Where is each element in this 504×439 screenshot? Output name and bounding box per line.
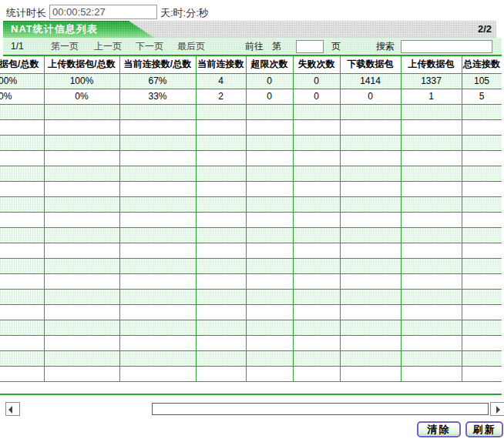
column-header: 当前连接数/总数 (119, 56, 196, 73)
table-cell (246, 304, 293, 320)
goto-page-input[interactable] (296, 40, 324, 53)
pagination-bar: 1/1 第一页 上一页 下一页 最后页 前往 第 页 搜索 (3, 38, 502, 56)
column-header: 失败次数 (293, 56, 340, 73)
table-cell (0, 304, 44, 320)
table-cell (293, 243, 340, 258)
table-cell: 0 (293, 73, 340, 89)
table-cell (462, 304, 502, 320)
page-title: NAT统计信息列表 (11, 21, 98, 38)
table-cell (340, 150, 401, 166)
table-cell (119, 119, 196, 135)
table-cell: 105 (462, 73, 502, 89)
table-cell (246, 243, 293, 258)
empty-table-row (0, 243, 502, 258)
right-arrow-icon (496, 406, 500, 414)
table-cell (401, 258, 462, 273)
horizontal-scrollbar-thumb[interactable] (152, 403, 489, 415)
table-cell (196, 273, 246, 289)
table-cell (293, 289, 340, 304)
table-cell (293, 273, 340, 289)
table-cell (196, 135, 246, 150)
table-cell (246, 166, 293, 181)
table-cell (0, 119, 44, 135)
empty-table-row (0, 289, 502, 304)
table-cell (401, 196, 462, 212)
table-cell (246, 273, 293, 289)
table-cell (340, 166, 401, 181)
table-cell (0, 273, 44, 289)
next-page-link[interactable]: 下一页 (136, 38, 163, 55)
table-cell (0, 181, 44, 196)
table-cell (246, 150, 293, 166)
table-cell (246, 335, 293, 350)
empty-table-row (0, 166, 502, 181)
table-cell (246, 350, 293, 366)
refresh-button[interactable]: 刷新 (465, 421, 503, 437)
table-cell (44, 150, 119, 166)
table-cell (196, 335, 246, 350)
search-input[interactable] (401, 40, 492, 53)
table-cell (246, 258, 293, 273)
table-cell (44, 273, 119, 289)
duration-input[interactable] (49, 5, 157, 19)
table-cell (246, 181, 293, 196)
table-cell (119, 350, 196, 366)
table-cell (0, 243, 44, 258)
table-cell (293, 119, 340, 135)
last-page-link[interactable]: 最后页 (177, 38, 205, 55)
table-cell (0, 227, 44, 243)
table-cell (196, 289, 246, 304)
empty-table-row (0, 258, 502, 273)
table-cell (196, 227, 246, 243)
table-cell (246, 227, 293, 243)
first-page-link[interactable]: 第一页 (51, 38, 79, 55)
table-cell (462, 135, 502, 150)
table-cell (0, 335, 44, 350)
empty-table-row (0, 119, 502, 135)
scroll-right-button[interactable] (490, 402, 504, 416)
table-cell (246, 104, 293, 119)
table-cell (119, 166, 196, 181)
table-cell (196, 212, 246, 227)
table-cell (340, 304, 401, 320)
column-header: 下载数据包/总数 (0, 56, 44, 73)
column-header: 下载数据包 (340, 56, 401, 73)
table-row: 0%0%33%200015 (0, 89, 502, 104)
table-cell (462, 196, 502, 212)
table-cell (119, 227, 196, 243)
table-cell: 67% (119, 73, 196, 89)
table-cell (119, 320, 196, 335)
table-cell: 1 (401, 89, 462, 104)
table-cell (119, 212, 196, 227)
table-cell (462, 320, 502, 335)
table-cell (340, 227, 401, 243)
table-cell (293, 212, 340, 227)
table-cell (196, 181, 246, 196)
table-cell (293, 366, 340, 381)
table-cell (119, 335, 196, 350)
table-cell (340, 273, 401, 289)
empty-table-row (0, 335, 502, 350)
table-cell (0, 196, 44, 212)
prev-page-link[interactable]: 上一页 (94, 38, 122, 55)
empty-table-row (0, 227, 502, 243)
table-cell (246, 320, 293, 335)
empty-table-row (0, 135, 502, 150)
table-cell (0, 366, 44, 381)
table-cell (462, 119, 502, 135)
table-cell: 0% (0, 89, 44, 104)
empty-table-row (0, 366, 502, 381)
table-cell (401, 366, 462, 381)
table-cell (196, 196, 246, 212)
table-cell (293, 196, 340, 212)
table-cell (340, 289, 401, 304)
table-cell: 0 (246, 89, 293, 104)
table-cell: 33% (119, 89, 196, 104)
clear-button[interactable]: 清除 (417, 421, 461, 437)
scroll-left-button[interactable] (5, 402, 20, 416)
table-cell (44, 196, 119, 212)
table-cell (401, 320, 462, 335)
table-cell (44, 243, 119, 258)
goto-suffix-label: 页 (331, 38, 341, 55)
table-cell (196, 243, 246, 258)
